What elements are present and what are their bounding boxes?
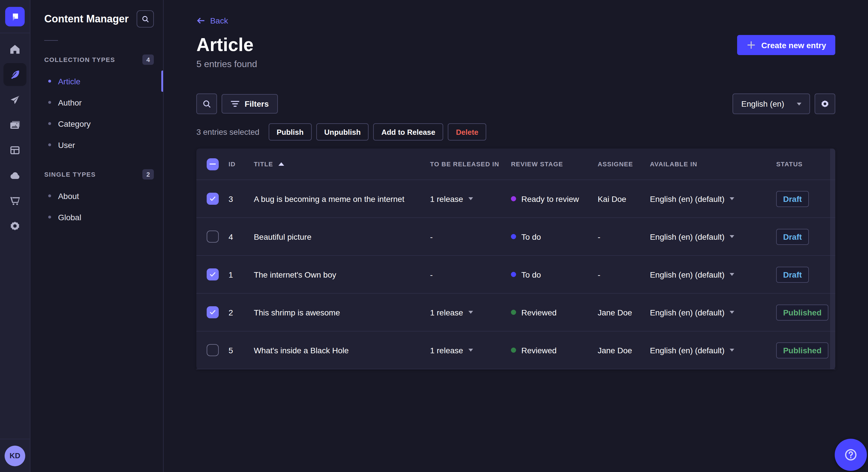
table-row[interactable]: 2 This shrimp is awesome 1 release Revie… (196, 294, 835, 332)
column-assignee[interactable]: ASSIGNEE (598, 161, 650, 167)
cloud-icon[interactable] (3, 164, 26, 187)
chevron-down-icon (730, 311, 734, 314)
stage-dot-icon (511, 272, 516, 277)
cell-available-in[interactable]: English (en) (default) (650, 345, 776, 355)
bullet-icon (48, 194, 51, 197)
back-label: Back (210, 16, 228, 25)
chevron-down-icon (730, 273, 734, 276)
cell-title: A bug is becoming a meme on the internet (254, 194, 430, 203)
back-link[interactable]: Back (196, 16, 228, 25)
cell-review-stage: Ready to review (511, 194, 598, 203)
locale-value: English (en) (741, 99, 784, 108)
cell-title: What's inside a Black Hole (254, 345, 430, 355)
chevron-down-icon (730, 349, 734, 351)
row-checkbox[interactable] (207, 344, 219, 356)
cell-available-in[interactable]: English (en) (default) (650, 194, 776, 203)
stage-dot-icon (511, 234, 516, 239)
settings-gear-icon[interactable] (3, 214, 26, 237)
cell-released[interactable]: 1 release (430, 308, 511, 317)
main-content: Back Article 5 entries found Create new … (164, 0, 868, 472)
stage-dot-icon (511, 196, 516, 201)
table-scrollbar[interactable] (830, 148, 835, 369)
sidebar-item-label: User (58, 140, 75, 149)
search-button[interactable] (196, 94, 217, 114)
status-badge: Published (776, 342, 828, 358)
delete-button[interactable]: Delete (448, 123, 487, 140)
releases-paper-plane-icon[interactable] (3, 88, 26, 111)
check-icon (209, 308, 216, 316)
sidebar-search-button[interactable] (136, 10, 154, 28)
chevron-down-icon (468, 349, 473, 351)
column-review-stage[interactable]: REVIEW STAGE (511, 161, 598, 167)
cell-released[interactable]: 1 release (430, 194, 511, 203)
marketplace-cart-icon[interactable] (3, 189, 26, 212)
row-checkbox[interactable] (207, 231, 219, 243)
status-badge: Draft (776, 229, 809, 245)
publish-button[interactable]: Publish (269, 123, 312, 140)
bullet-icon (48, 122, 51, 125)
content-manager-sidebar: Content Manager COLLECTION TYPES 4 Artic… (30, 0, 164, 472)
row-checkbox[interactable] (207, 193, 219, 205)
view-settings-button[interactable] (815, 94, 835, 114)
sidebar-item-label: Article (58, 76, 81, 86)
sidebar-item-about[interactable]: About (30, 185, 163, 206)
cell-available-in[interactable]: English (en) (default) (650, 308, 776, 317)
locale-select[interactable]: English (en) (733, 94, 810, 114)
cell-title: Beautiful picture (254, 232, 430, 241)
content-type-builder-icon[interactable] (3, 139, 26, 162)
bullet-icon (48, 101, 51, 104)
help-button[interactable] (835, 439, 867, 471)
filters-button[interactable]: Filters (222, 94, 278, 113)
status-badge: Published (776, 304, 828, 320)
indeterminate-dash-icon (210, 164, 216, 165)
check-icon (209, 271, 216, 278)
cell-assignee: Jane Doe (598, 308, 650, 317)
selection-summary: 3 entries selected (196, 127, 259, 136)
cell-id: 5 (228, 345, 254, 355)
chevron-down-icon (730, 235, 734, 238)
row-checkbox[interactable] (207, 306, 219, 318)
rail-icon-list (0, 33, 30, 439)
sidebar-item-user[interactable]: User (30, 134, 163, 156)
sidebar-item-category[interactable]: Category (30, 113, 163, 134)
gear-icon (820, 99, 830, 108)
single-types-group: SINGLE TYPES 2 About Global (30, 169, 163, 228)
cell-released: - (430, 232, 511, 241)
column-title[interactable]: TITLE (254, 161, 430, 167)
media-library-icon[interactable] (3, 113, 26, 136)
add-to-release-button[interactable]: Add to Release (373, 123, 443, 140)
row-checkbox[interactable] (207, 268, 219, 280)
unpublish-button[interactable]: Unpublish (316, 123, 369, 140)
table-row[interactable]: 1 The internet's Own boy - To do - Engli… (196, 256, 835, 294)
cell-available-in[interactable]: English (en) (default) (650, 232, 776, 241)
sidebar-item-global[interactable]: Global (30, 206, 163, 228)
cell-review-stage: Reviewed (511, 308, 598, 317)
table-row[interactable]: 5 What's inside a Black Hole 1 release R… (196, 332, 835, 369)
column-status[interactable]: STATUS (776, 161, 835, 167)
select-all-checkbox[interactable] (207, 158, 219, 170)
cell-available-in[interactable]: English (en) (default) (650, 270, 776, 279)
column-id[interactable]: ID (228, 161, 254, 167)
create-new-entry-label: Create new entry (761, 40, 826, 49)
bullet-icon (48, 143, 51, 146)
table-header-row: ID TITLE TO BE RELEASED IN REVIEW STAGE … (196, 148, 835, 180)
cell-title: The internet's Own boy (254, 270, 430, 279)
cell-id: 1 (228, 270, 254, 279)
home-icon[interactable] (3, 38, 26, 61)
user-avatar[interactable]: KD (5, 445, 25, 466)
cell-review-stage: Reviewed (511, 345, 598, 355)
content-manager-feather-icon[interactable] (3, 63, 26, 86)
workspace-logo-button[interactable] (0, 0, 30, 33)
sidebar-item-article[interactable]: Article (30, 71, 163, 92)
table-row[interactable]: 3 A bug is becoming a meme on the intern… (196, 180, 835, 218)
column-available-in[interactable]: AVAILABLE IN (650, 161, 776, 167)
create-new-entry-button[interactable]: Create new entry (737, 35, 835, 55)
question-circle-icon (843, 447, 858, 462)
sidebar-item-author[interactable]: Author (30, 92, 163, 113)
table-row[interactable]: 4 Beautiful picture - To do - English (e… (196, 218, 835, 256)
column-to-be-released-in[interactable]: TO BE RELEASED IN (430, 161, 511, 167)
cell-assignee: Kai Doe (598, 194, 650, 203)
cell-released[interactable]: 1 release (430, 345, 511, 355)
collection-types-count-badge: 4 (143, 55, 154, 65)
cell-assignee: - (598, 270, 650, 279)
